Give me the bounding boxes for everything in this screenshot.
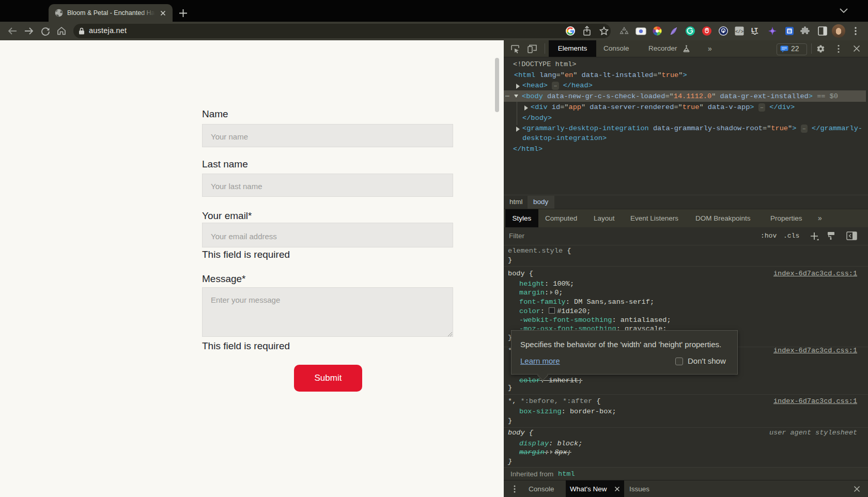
svg-text:B: B — [788, 29, 791, 34]
svg-text:</>: </> — [735, 29, 743, 35]
svg-text:LT: LT — [751, 27, 758, 33]
